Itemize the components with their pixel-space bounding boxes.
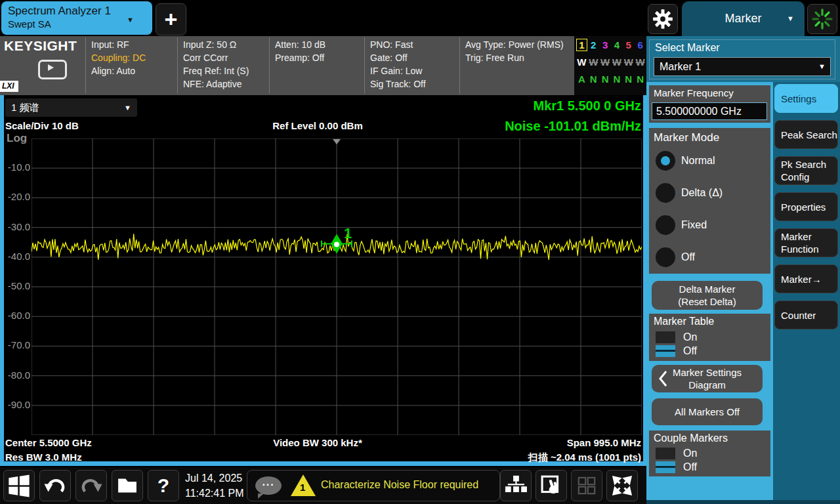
button-label: All Markers Off [675,406,740,418]
help-button[interactable]: ? [148,470,179,501]
marker-mode-delta-radio[interactable]: Delta (Δ) [656,182,723,203]
spectrum-plot-area[interactable]: 1 [32,138,642,435]
select-marker-dropdown[interactable]: Marker 1 ▼ [654,57,831,76]
marker-frequency-label: Marker Frequency [649,85,770,98]
tab-counter[interactable]: Counter [774,301,838,329]
delta-marker-reset-button[interactable]: Delta Marker (Reset Delta) [652,281,763,310]
button-label: Marker Settings [673,366,742,379]
ref-level-annotation[interactable]: Ref Level 0.00 dBm [186,120,449,131]
windows-start-button[interactable] [3,470,35,501]
y-axis-label: -60.0 [4,310,30,321]
radio-label: Fixed [681,219,707,231]
tab-marker-to[interactable]: Marker→ [774,264,838,293]
radio-icon [656,247,675,267]
button-label: Delta Marker [679,283,736,295]
detector-letter: N [635,74,646,85]
marker-number-4: 4 [612,39,623,51]
toggle-indicator-icon [656,448,675,459]
scale-div-annotation[interactable]: Scale/Div 10 dB [5,120,79,131]
measurement-settings-bar: KEYSIGHT LXI Input: RFCoupling: DCAlign:… [0,36,646,95]
radio-label: Delta (Δ) [681,187,723,199]
marker-table-off-option[interactable]: Off [656,345,697,358]
sweep-annotation[interactable]: 扫描 ~2.04 ms (1001 pts) [528,452,641,464]
tab-pk-search-config[interactable]: Pk Search Config [774,156,838,185]
ellipsis: ··· [262,479,275,490]
toggle-indicator-icon [656,345,675,357]
detector-letter: N [611,74,622,85]
setting-readout: Freq Ref: Int (S) [183,64,269,77]
tab-label: Peak Search [781,129,837,141]
instrument-mode-tab[interactable]: Spectrum Analyzer 1 Swept SA ▼ [1,1,152,35]
grid-layout-icon [574,472,600,499]
screen-cast-icon[interactable] [38,60,67,79]
marker-settings-diagram-button[interactable]: Marker Settings Diagram [652,365,763,392]
detector-letter: N [600,74,611,85]
marker-mode-label: Marker Mode [649,128,770,144]
setting-readout: IF Gain: Low [370,64,459,77]
video-bw-annotation[interactable]: Video BW 300 kHz* [186,437,449,448]
undo-button[interactable] [39,470,71,501]
settings-column-impedance[interactable]: Input Z: 50 ΩCorr CCorrFreq Ref: Int (S)… [177,37,269,94]
trace-mode-letter: W [576,56,587,68]
block-diagram-icon [503,472,529,499]
fullscreen-icon [609,472,635,499]
span-annotation[interactable]: Span 995.0 MHz [567,437,641,448]
busy-indicator [807,4,837,34]
setting-readout: Avg Type: Power (RMS) [465,38,574,51]
marker-number-3: 3 [600,39,611,51]
tab-properties[interactable]: Properties [774,192,838,221]
tab-peak-search[interactable]: Peak Search [774,120,838,149]
settings-column-atten[interactable]: Atten: 10 dBPreamp: Off [269,37,364,94]
couple-markers-on-option[interactable]: On [656,447,697,460]
radio-label: Normal [681,155,715,167]
fullscreen-button[interactable] [606,470,638,501]
chevron-down-icon: ▼ [124,98,131,117]
marker-mode-normal-radio[interactable]: Normal [656,150,715,171]
block-diagram-button[interactable] [500,470,532,501]
window-select-button[interactable] [536,470,567,501]
spectrum-grid: 1 [32,138,642,435]
system-settings-button[interactable] [648,4,678,34]
settings-column-input[interactable]: Input: RFCoupling: DCAlign: Auto [85,37,177,94]
tab-label: Pk Search Config [781,158,837,183]
setting-readout: Input: RF [91,38,177,51]
svg-text:1: 1 [344,225,352,242]
marker-frequency-field[interactable]: 5.500000000 GHz [652,102,767,120]
windows-icon [6,472,32,499]
menu-title: Marker [724,12,761,26]
redo-button[interactable] [75,470,107,501]
setting-readout: Gate: Off [370,51,459,64]
setting-readout: Sig Track: Off [370,77,459,91]
marker-table-label: Marker Table [649,314,770,327]
trace-selector-dropdown[interactable]: 1 频谱 ▼ [5,98,137,117]
marker-noise-readout: Noise -101.01 dBm/Hz [505,116,641,136]
taskbar: ? Jul 14, 2025 11:42:41 PM ··· 1 Charact… [0,467,646,504]
tab-settings[interactable]: Settings [774,84,838,113]
settings-column-avg[interactable]: Avg Type: Power (RMS)Trig: Free Run [459,37,574,94]
res-bw-annotation[interactable]: Res BW 3.0 MHz [5,452,82,463]
settings-column-pno[interactable]: PNO: FastGate: OffIF Gain: LowSig Track:… [364,37,459,94]
marker-trace-status-grid[interactable]: 123456WWWWWWANNNNN [574,36,646,95]
marker-mode-off-radio[interactable]: Off [656,247,695,268]
tab-label: Marker→ [781,273,822,285]
tab-marker-function[interactable]: Marker Function [774,228,838,257]
marker-readout[interactable]: Mkr1 5.500 0 GHz Noise -101.01 dBm/Hz [505,96,641,136]
button-label: Diagram [688,379,726,391]
datetime-display[interactable]: Jul 14, 2025 11:42:41 PM [185,471,244,501]
marker-number-5: 5 [623,39,634,51]
setting-readout: NFE: Adaptive [183,77,269,91]
marker-mode-fixed-radio[interactable]: Fixed [656,215,707,236]
add-measurement-button[interactable]: + [156,3,186,35]
menu-title-tab[interactable]: Marker ▼ [682,1,805,36]
system-alert-area[interactable]: ··· 1 Characterize Noise Floor required [247,470,500,501]
marker-table-on-option[interactable]: On [656,331,697,344]
center-freq-annotation[interactable]: Center 5.5000 GHz [5,437,92,448]
window-layout-button[interactable] [571,470,602,501]
scale-type-label: Log [7,132,27,145]
tab-label: Counter [781,309,816,322]
all-markers-off-button[interactable]: All Markers Off [652,398,763,425]
setting-readout: Input Z: 50 Ω [183,38,269,51]
alert-message: Characterize Noise Floor required [321,479,478,491]
file-manager-button[interactable] [112,470,143,501]
couple-markers-off-option[interactable]: Off [656,461,697,474]
